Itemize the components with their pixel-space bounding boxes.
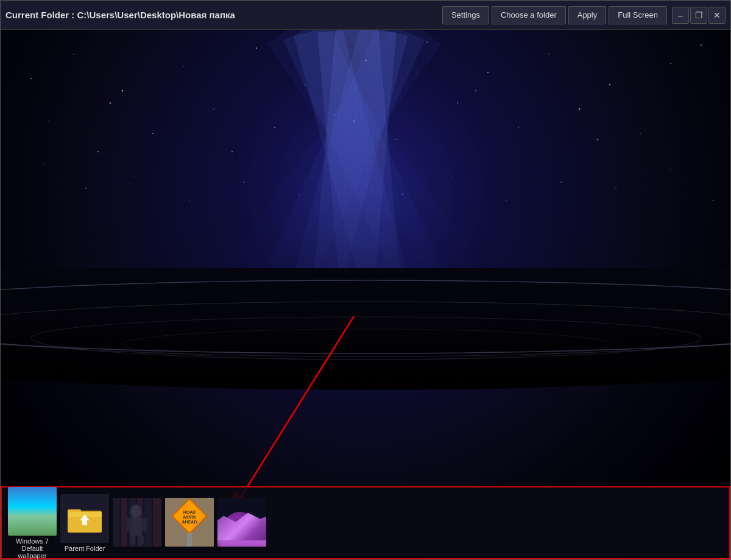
choose-folder-button[interactable]: Choose a folder (492, 6, 566, 24)
settings-button[interactable]: Settings (442, 6, 489, 24)
title-bar: Current Folder : C:\Users\User\Desktop\Н… (1, 1, 730, 30)
fullscreen-button[interactable]: Full Screen (609, 6, 667, 24)
minimize-button[interactable]: – (672, 7, 689, 24)
thumb-stripes[interactable] (113, 498, 161, 548)
svg-rect-67 (139, 536, 144, 545)
maximize-button[interactable]: ❐ (690, 7, 707, 24)
apply-button[interactable]: Apply (568, 6, 607, 24)
svg-rect-57 (121, 498, 127, 547)
thumb-road[interactable]: ROAD WORK AHEAD (165, 498, 214, 548)
road-sign-icon: ROAD WORK AHEAD (165, 498, 214, 547)
thumb-purple[interactable] (217, 498, 266, 548)
app-window: Current Folder : C:\Users\User\Desktop\Н… (0, 0, 731, 560)
folder-icon (66, 503, 103, 534)
purple-waves-icon (217, 498, 266, 547)
figure-icon (113, 498, 161, 547)
svg-rect-61 (153, 498, 161, 547)
thumb-win7-label: Windows 7 Default wallpaper (16, 537, 49, 559)
title-text: Current Folder : C:\Users\User\Desktop\Н… (5, 10, 442, 20)
thumb-parent-folder[interactable]: Parent Folder (60, 494, 109, 552)
thumb-win7-image (8, 487, 57, 536)
svg-rect-64 (127, 518, 132, 531)
window-controls: – ❐ ✕ (672, 7, 726, 24)
toolbar-buttons: Settings Choose a folder Apply Full Scre… (442, 6, 667, 24)
thumb-purple-image (217, 498, 266, 547)
thumb-win7[interactable]: Windows 7 Default wallpaper (8, 487, 57, 559)
svg-rect-65 (143, 518, 147, 531)
svg-text:ROAD: ROAD (183, 510, 196, 514)
svg-text:AHEAD: AHEAD (182, 520, 197, 524)
svg-rect-56 (113, 498, 120, 547)
svg-rect-74 (217, 498, 266, 547)
main-viewport: Windows 7 Default wallpaper Parent Folde… (1, 30, 730, 559)
thumbnail-strip: Windows 7 Default wallpaper Parent Folde… (1, 486, 730, 559)
svg-rect-66 (130, 536, 135, 545)
svg-text:WORK: WORK (183, 515, 196, 519)
thumb-folder-label: Parent Folder (65, 545, 105, 552)
thumb-folder-image (60, 494, 109, 543)
svg-point-62 (130, 505, 141, 518)
thumb-road-image: ROAD WORK AHEAD (165, 498, 214, 547)
close-button[interactable]: ✕ (708, 7, 726, 24)
thumb-stripes-image (113, 498, 161, 547)
